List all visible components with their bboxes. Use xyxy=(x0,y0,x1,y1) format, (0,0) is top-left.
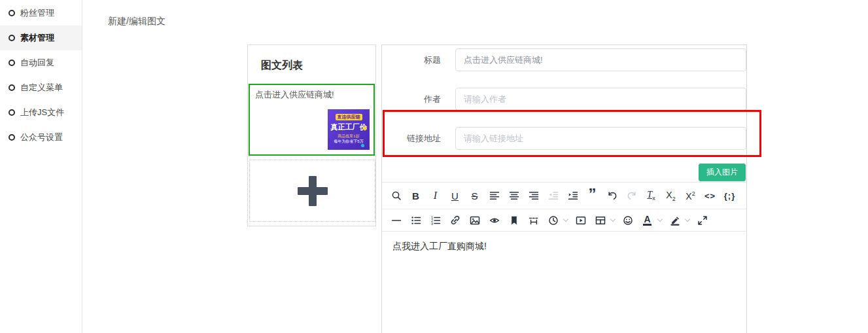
editor-content-area[interactable]: 点我进入工厂直购商城! xyxy=(382,232,746,333)
image-button[interactable] xyxy=(468,212,481,229)
undo-icon xyxy=(607,190,617,201)
chevron-down-icon[interactable] xyxy=(563,217,568,222)
codesample-button[interactable]: {;} xyxy=(723,187,737,204)
author-label: 作者 xyxy=(389,88,441,111)
article-list-item-selected[interactable]: 点击进入供应链商城! 直连供应链 真正工厂价 商品低至1折 每年为你省下5万 xyxy=(249,84,375,156)
forecolor-icon: A xyxy=(643,215,651,226)
circle-icon xyxy=(9,35,15,41)
sidebar-item-粉丝管理[interactable]: 粉丝管理 xyxy=(0,1,82,26)
codesample-icon: {;} xyxy=(724,191,735,201)
link-field-row: 链接地址 xyxy=(382,127,746,150)
media-button[interactable] xyxy=(574,212,587,229)
add-article-button[interactable] xyxy=(249,160,375,222)
indent-icon xyxy=(568,190,578,201)
searchreplace-button[interactable] xyxy=(389,187,403,204)
page-break-icon xyxy=(529,215,539,226)
fullscreen-button[interactable] xyxy=(695,212,709,229)
sidebar-item-自动回复[interactable]: 自动回复 xyxy=(0,50,82,75)
bullet-list-icon xyxy=(411,215,421,226)
sidebar-item-label: 上传JS文件 xyxy=(20,107,64,118)
insert-image-button[interactable]: 插入图片 xyxy=(699,164,746,181)
title-label: 标题 xyxy=(389,48,441,71)
undo-button[interactable] xyxy=(605,187,619,204)
circle-icon xyxy=(9,60,15,66)
page-break-button[interactable] xyxy=(527,212,540,229)
align-left-icon xyxy=(489,190,500,201)
italic-button[interactable]: I xyxy=(428,187,442,204)
numbered-list-button[interactable]: 123 xyxy=(428,212,442,229)
link-button[interactable] xyxy=(448,212,462,229)
sidebar-item-自定义菜单[interactable]: 自定义菜单 xyxy=(0,75,82,100)
underline-button[interactable]: U xyxy=(448,187,462,204)
page-title: 新建/编辑图文 xyxy=(108,16,165,27)
sidebar-item-label: 公众号设置 xyxy=(20,131,63,143)
link-label: 链接地址 xyxy=(389,127,441,150)
subscript-button[interactable]: X2 xyxy=(664,187,678,204)
backcolor-button[interactable] xyxy=(668,212,682,229)
horizontal-rule-button[interactable] xyxy=(389,212,403,229)
circle-icon xyxy=(9,84,15,91)
editor-toolbar-row1: BIUS”TxX2X2<>{;} xyxy=(382,182,746,209)
author-input[interactable] xyxy=(455,88,746,111)
thumbnail-line2: 每年为你省下5万 xyxy=(328,139,370,144)
insert-datetime-icon xyxy=(548,215,559,226)
chevron-down-icon[interactable] xyxy=(685,217,690,222)
title-input[interactable] xyxy=(455,48,746,71)
superscript-button[interactable]: X2 xyxy=(684,187,697,204)
preview-button[interactable] xyxy=(487,212,501,229)
chevron-down-icon[interactable] xyxy=(610,217,616,222)
editor-toolbar-row2: 123A xyxy=(382,209,746,232)
anchor-button[interactable] xyxy=(507,212,521,229)
outdent-button[interactable] xyxy=(546,187,560,204)
blockquote-button[interactable]: ” xyxy=(585,187,599,204)
align-right-icon xyxy=(529,190,539,201)
numbered-list-icon: 123 xyxy=(430,215,441,226)
bullet-list-button[interactable] xyxy=(409,212,423,229)
bold-button[interactable]: B xyxy=(409,187,423,204)
preview-icon xyxy=(489,215,500,226)
align-center-icon xyxy=(509,190,519,201)
searchreplace-icon xyxy=(391,190,402,201)
removeformat-button[interactable]: Tx xyxy=(644,187,658,204)
editor-panel: 标题 作者 链接地址 插入图片 BIUS”TxX2X2<>{;} 123A 点我… xyxy=(381,44,747,333)
redo-button[interactable] xyxy=(625,187,638,204)
circle-icon xyxy=(9,10,15,16)
article-list-panel: 图文列表 点击进入供应链商城! 直连供应链 真正工厂价 商品低至1折 每年为你省… xyxy=(247,44,376,226)
align-center-button[interactable] xyxy=(507,187,521,204)
blockquote-icon: ” xyxy=(589,191,597,200)
anchor-icon xyxy=(509,215,519,226)
superscript-icon: X2 xyxy=(686,190,695,202)
align-right-button[interactable] xyxy=(527,187,540,204)
insert-datetime-button[interactable] xyxy=(546,212,560,229)
align-left-button[interactable] xyxy=(487,187,501,204)
sidebar-item-素材管理[interactable]: 素材管理 xyxy=(0,26,82,50)
indent-button[interactable] xyxy=(566,187,580,204)
code-icon: <> xyxy=(704,191,716,201)
strikethrough-button[interactable]: S xyxy=(468,187,481,204)
thumbnail-badge: 直连供应链 xyxy=(336,114,362,120)
decor-dot xyxy=(361,144,364,147)
italic-icon: I xyxy=(434,190,437,202)
page: 粉丝管理素材管理自动回复自定义菜单上传JS文件公众号设置 新建/编辑图文 图文列… xyxy=(0,0,868,333)
emoticons-button[interactable] xyxy=(621,212,634,229)
sidebar-item-label: 自动回复 xyxy=(20,57,54,69)
image-icon xyxy=(470,215,480,226)
strikethrough-icon: S xyxy=(471,190,477,202)
svg-text:3: 3 xyxy=(431,222,433,226)
link-input[interactable] xyxy=(455,127,746,150)
link-icon xyxy=(450,215,460,226)
fullscreen-icon xyxy=(697,215,708,226)
table-button[interactable] xyxy=(593,212,607,229)
chevron-down-icon[interactable] xyxy=(657,217,663,222)
article-thumbnail-image: 直连供应链 真正工厂价 商品低至1折 每年为你省下5万 xyxy=(328,109,370,150)
code-button[interactable]: <> xyxy=(703,187,717,204)
forecolor-button[interactable]: A xyxy=(640,212,654,229)
sidebar-item-上传JS文件[interactable]: 上传JS文件 xyxy=(0,100,82,125)
sidebar-item-label: 粉丝管理 xyxy=(20,7,54,19)
outdent-icon xyxy=(548,190,559,201)
removeformat-icon: Tx xyxy=(647,190,655,202)
decor-dot xyxy=(363,126,367,130)
sidebar: 粉丝管理素材管理自动回复自定义菜单上传JS文件公众号设置 xyxy=(0,0,82,333)
sidebar-item-公众号设置[interactable]: 公众号设置 xyxy=(0,125,82,150)
thumbnail-line1: 商品低至1折 xyxy=(328,133,370,139)
